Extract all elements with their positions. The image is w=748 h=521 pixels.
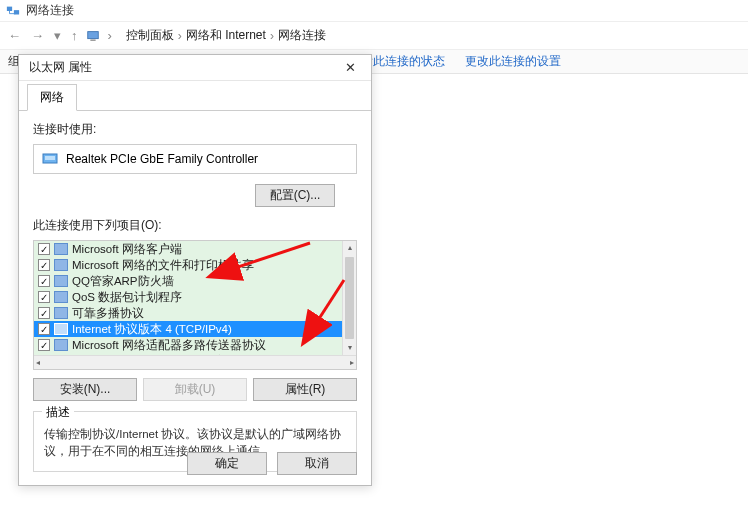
dialog-titlebar[interactable]: 以太网 属性 ✕	[19, 55, 371, 81]
cancel-button[interactable]: 取消	[277, 452, 357, 475]
list-item[interactable]: ✓Microsoft 网络的文件和打印机共享	[34, 257, 342, 273]
protocol-icon	[54, 323, 68, 335]
list-item[interactable]: ✓Microsoft LLDP 协议驱动程序	[34, 353, 342, 355]
scroll-right-icon[interactable]: ▸	[350, 358, 354, 367]
list-item-label: 可靠多播协议	[72, 306, 144, 321]
breadcrumb-pc-icon	[86, 29, 100, 43]
install-button[interactable]: 安装(N)...	[33, 378, 137, 401]
ok-button[interactable]: 确定	[187, 452, 267, 475]
checkbox[interactable]: ✓	[38, 275, 50, 287]
list-item-label: Microsoft LLDP 协议驱动程序	[72, 354, 226, 356]
breadcrumb[interactable]: 控制面板 › 网络和 Internet › 网络连接	[120, 27, 326, 44]
explorer-navbar: ← → ▾ ↑ › 控制面板 › 网络和 Internet › 网络连接	[0, 22, 748, 50]
checkbox[interactable]: ✓	[38, 259, 50, 271]
svg-rect-0	[7, 6, 12, 10]
connect-using-label: 连接时使用:	[33, 121, 357, 138]
checkbox[interactable]: ✓	[38, 323, 50, 335]
list-item-label: Microsoft 网络适配器多路传送器协议	[72, 338, 266, 353]
network-conn-icon	[6, 4, 20, 18]
horizontal-scrollbar[interactable]: ◂ ▸	[34, 355, 356, 369]
close-button[interactable]: ✕	[333, 58, 367, 78]
breadcrumb-item-0[interactable]: 控制面板	[126, 27, 174, 44]
adapter-name: Realtek PCIe GbE Family Controller	[66, 152, 258, 166]
vertical-scrollbar[interactable]: ▴ ▾	[342, 241, 356, 355]
adapter-field: Realtek PCIe GbE Family Controller	[33, 144, 357, 174]
dialog-title-text: 以太网 属性	[29, 59, 92, 76]
list-item[interactable]: ✓QoS 数据包计划程序	[34, 289, 342, 305]
list-item[interactable]: ✓Internet 协议版本 4 (TCP/IPv4)	[34, 321, 342, 337]
list-item-label: QoS 数据包计划程序	[72, 290, 182, 305]
protocol-icon	[54, 259, 68, 271]
configure-button[interactable]: 配置(C)...	[255, 184, 335, 207]
scroll-thumb[interactable]	[345, 257, 354, 339]
adapter-icon	[42, 152, 58, 166]
breadcrumb-root-chevron[interactable]: ›	[106, 28, 114, 43]
protocol-icon	[54, 291, 68, 303]
protocol-icon	[54, 243, 68, 255]
checkbox[interactable]: ✓	[38, 291, 50, 303]
scroll-up-icon[interactable]: ▴	[348, 241, 352, 255]
list-item-label: Internet 协议版本 4 (TCP/IPv4)	[72, 322, 232, 337]
list-item-label: Microsoft 网络的文件和打印机共享	[72, 258, 254, 273]
explorer-titlebar: 网络连接	[0, 0, 748, 22]
protocol-icon	[54, 307, 68, 319]
dialog-body: 连接时使用: Realtek PCIe GbE Family Controlle…	[19, 111, 371, 486]
checkbox[interactable]: ✓	[38, 307, 50, 319]
breadcrumb-item-2[interactable]: 网络连接	[278, 27, 326, 44]
description-label: 描述	[42, 404, 74, 421]
chevron-right-icon: ›	[270, 29, 274, 43]
list-item[interactable]: ✓可靠多播协议	[34, 305, 342, 321]
checkbox[interactable]: ✓	[38, 339, 50, 351]
list-item-label: QQ管家ARP防火墙	[72, 274, 174, 289]
chevron-right-icon: ›	[178, 29, 182, 43]
list-item-label: Microsoft 网络客户端	[72, 242, 182, 257]
svg-rect-5	[45, 156, 55, 160]
svg-rect-2	[87, 31, 98, 38]
nav-back-button[interactable]: ←	[6, 28, 23, 43]
network-items-list[interactable]: ✓Microsoft 网络客户端✓Microsoft 网络的文件和打印机共享✓Q…	[33, 240, 357, 370]
explorer-title: 网络连接	[26, 2, 74, 19]
nav-forward-button[interactable]: →	[29, 28, 46, 43]
toolbar-change-settings[interactable]: 更改此连接的设置	[465, 53, 561, 70]
protocol-icon	[54, 339, 68, 351]
list-item[interactable]: ✓Microsoft 网络客户端	[34, 241, 342, 257]
svg-rect-3	[90, 39, 95, 40]
uninstall-button: 卸载(U)	[143, 378, 247, 401]
breadcrumb-item-1[interactable]: 网络和 Internet	[186, 27, 266, 44]
protocol-icon	[54, 275, 68, 287]
nav-up-button[interactable]: ↑	[69, 28, 80, 43]
scroll-left-icon[interactable]: ◂	[36, 358, 40, 367]
items-label: 此连接使用下列项目(O):	[33, 217, 357, 234]
nav-recent-dropdown[interactable]: ▾	[52, 28, 63, 43]
scroll-down-icon[interactable]: ▾	[348, 341, 352, 355]
tab-network[interactable]: 网络	[27, 84, 77, 111]
dialog-tabs: 网络	[19, 85, 371, 111]
list-item[interactable]: ✓QQ管家ARP防火墙	[34, 273, 342, 289]
list-item[interactable]: ✓Microsoft 网络适配器多路传送器协议	[34, 337, 342, 353]
ethernet-properties-dialog: 以太网 属性 ✕ 网络 连接时使用: Realtek PCIe GbE Fami…	[18, 54, 372, 486]
properties-button[interactable]: 属性(R)	[253, 378, 357, 401]
checkbox[interactable]: ✓	[38, 243, 50, 255]
